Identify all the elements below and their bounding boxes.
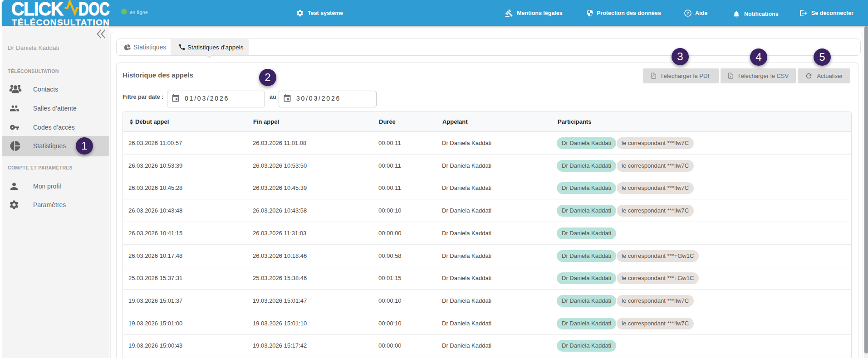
svg-text:?: ? bbox=[687, 10, 689, 15]
